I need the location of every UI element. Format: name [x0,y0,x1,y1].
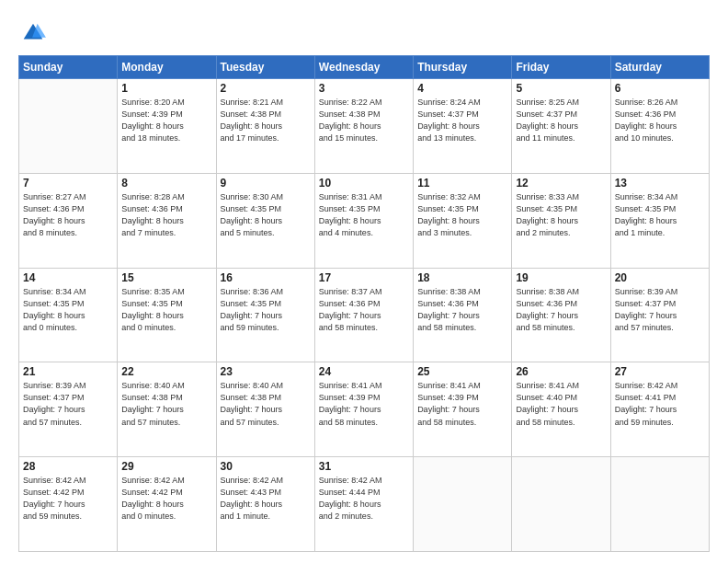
day-number: 17 [319,271,409,284]
day-number: 13 [615,177,705,190]
day-number: 31 [319,460,409,473]
day-info: Sunrise: 8:21 AMSunset: 4:38 PMDaylight:… [221,97,311,144]
calendar-cell: 28Sunrise: 8:42 AMSunset: 4:42 PMDayligh… [19,457,118,552]
calendar-cell: 5Sunrise: 8:25 AMSunset: 4:37 PMDaylight… [512,79,610,174]
day-number: 28 [23,460,113,473]
calendar-header-row: SundayMondayTuesdayWednesdayThursdayFrid… [19,56,710,79]
day-number: 10 [319,177,409,190]
calendar-cell: 11Sunrise: 8:32 AMSunset: 4:35 PMDayligh… [414,173,512,268]
day-info: Sunrise: 8:28 AMSunset: 4:36 PMDaylight:… [121,191,211,239]
day-number: 14 [23,271,113,284]
day-of-week-header: Friday [512,56,610,79]
day-info: Sunrise: 8:42 AMSunset: 4:43 PMDaylight:… [221,475,311,523]
day-number: 19 [516,271,606,284]
calendar-cell: 2Sunrise: 8:21 AMSunset: 4:38 PMDaylight… [216,79,314,174]
calendar-cell: 17Sunrise: 8:37 AMSunset: 4:36 PMDayligh… [314,268,413,362]
calendar-week-row: 14Sunrise: 8:34 AMSunset: 4:35 PMDayligh… [19,268,710,362]
day-info: Sunrise: 8:30 AMSunset: 4:35 PMDaylight:… [221,191,311,239]
day-number: 6 [615,82,705,95]
day-number: 5 [516,82,606,95]
calendar-table: SundayMondayTuesdayWednesdayThursdayFrid… [18,55,710,552]
day-number: 21 [23,365,113,378]
day-number: 25 [417,365,507,378]
calendar-cell: 13Sunrise: 8:34 AMSunset: 4:35 PMDayligh… [610,173,709,268]
calendar-week-row: 28Sunrise: 8:42 AMSunset: 4:42 PMDayligh… [19,457,710,552]
day-info: Sunrise: 8:41 AMSunset: 4:40 PMDaylight:… [516,380,606,428]
day-of-week-header: Wednesday [314,56,413,79]
day-info: Sunrise: 8:36 AMSunset: 4:35 PMDaylight:… [221,286,311,334]
day-number: 26 [516,365,606,378]
calendar-cell [414,457,512,552]
page: SundayMondayTuesdayWednesdayThursdayFrid… [0,0,728,563]
calendar-cell: 4Sunrise: 8:24 AMSunset: 4:37 PMDaylight… [414,79,512,174]
day-of-week-header: Thursday [414,56,512,79]
calendar-cell: 8Sunrise: 8:28 AMSunset: 4:36 PMDaylight… [118,173,216,268]
calendar-cell: 19Sunrise: 8:38 AMSunset: 4:36 PMDayligh… [512,268,610,362]
calendar-cell: 3Sunrise: 8:22 AMSunset: 4:38 PMDaylight… [314,79,413,174]
day-info: Sunrise: 8:41 AMSunset: 4:39 PMDaylight:… [319,380,409,428]
day-info: Sunrise: 8:34 AMSunset: 4:35 PMDaylight:… [23,286,113,334]
day-number: 1 [121,82,211,95]
day-number: 24 [319,365,409,378]
day-info: Sunrise: 8:37 AMSunset: 4:36 PMDaylight:… [319,286,409,334]
day-info: Sunrise: 8:42 AMSunset: 4:44 PMDaylight:… [319,475,409,523]
calendar-cell: 9Sunrise: 8:30 AMSunset: 4:35 PMDaylight… [216,173,314,268]
calendar-cell: 21Sunrise: 8:39 AMSunset: 4:37 PMDayligh… [19,362,118,457]
calendar-cell: 7Sunrise: 8:27 AMSunset: 4:36 PMDaylight… [19,173,118,268]
day-info: Sunrise: 8:38 AMSunset: 4:36 PMDaylight:… [516,286,606,334]
day-number: 2 [221,82,311,95]
day-of-week-header: Monday [118,56,216,79]
day-number: 7 [23,177,113,190]
day-info: Sunrise: 8:31 AMSunset: 4:35 PMDaylight:… [319,191,409,239]
day-info: Sunrise: 8:27 AMSunset: 4:36 PMDaylight:… [23,191,113,239]
day-info: Sunrise: 8:20 AMSunset: 4:39 PMDaylight:… [121,97,211,144]
header [18,15,710,46]
calendar-cell: 29Sunrise: 8:42 AMSunset: 4:42 PMDayligh… [118,457,216,552]
day-info: Sunrise: 8:34 AMSunset: 4:35 PMDaylight:… [615,191,705,239]
day-number: 27 [615,365,705,378]
calendar-cell: 22Sunrise: 8:40 AMSunset: 4:38 PMDayligh… [118,362,216,457]
day-number: 18 [417,271,507,284]
day-number: 22 [121,365,211,378]
calendar-week-row: 21Sunrise: 8:39 AMSunset: 4:37 PMDayligh… [19,362,710,457]
day-number: 16 [221,271,311,284]
day-number: 4 [417,82,507,95]
calendar-cell [19,79,118,174]
calendar-cell: 20Sunrise: 8:39 AMSunset: 4:37 PMDayligh… [610,268,709,362]
day-info: Sunrise: 8:42 AMSunset: 4:42 PMDaylight:… [121,475,211,523]
day-number: 20 [615,271,705,284]
day-number: 23 [221,365,311,378]
day-number: 9 [221,177,311,190]
day-info: Sunrise: 8:24 AMSunset: 4:37 PMDaylight:… [417,97,507,144]
calendar-cell: 25Sunrise: 8:41 AMSunset: 4:39 PMDayligh… [414,362,512,457]
day-info: Sunrise: 8:33 AMSunset: 4:35 PMDaylight:… [516,191,606,239]
day-number: 29 [121,460,211,473]
calendar-cell: 18Sunrise: 8:38 AMSunset: 4:36 PMDayligh… [414,268,512,362]
day-info: Sunrise: 8:40 AMSunset: 4:38 PMDaylight:… [121,380,211,428]
day-number: 15 [121,271,211,284]
calendar-week-row: 7Sunrise: 8:27 AMSunset: 4:36 PMDaylight… [19,173,710,268]
day-number: 8 [121,177,211,190]
calendar-cell: 15Sunrise: 8:35 AMSunset: 4:35 PMDayligh… [118,268,216,362]
calendar-cell: 12Sunrise: 8:33 AMSunset: 4:35 PMDayligh… [512,173,610,268]
day-number: 12 [516,177,606,190]
day-info: Sunrise: 8:25 AMSunset: 4:37 PMDaylight:… [516,97,606,144]
day-info: Sunrise: 8:26 AMSunset: 4:36 PMDaylight:… [615,97,705,144]
calendar-cell: 14Sunrise: 8:34 AMSunset: 4:35 PMDayligh… [19,268,118,362]
day-info: Sunrise: 8:22 AMSunset: 4:38 PMDaylight:… [319,97,409,144]
day-info: Sunrise: 8:40 AMSunset: 4:38 PMDaylight:… [221,380,311,428]
day-info: Sunrise: 8:41 AMSunset: 4:39 PMDaylight:… [417,380,507,428]
calendar-cell: 27Sunrise: 8:42 AMSunset: 4:41 PMDayligh… [610,362,709,457]
day-info: Sunrise: 8:42 AMSunset: 4:41 PMDaylight:… [615,380,705,428]
calendar-cell: 31Sunrise: 8:42 AMSunset: 4:44 PMDayligh… [314,457,413,552]
day-info: Sunrise: 8:39 AMSunset: 4:37 PMDaylight:… [615,286,705,334]
logo-icon [20,20,46,46]
day-of-week-header: Tuesday [216,56,314,79]
calendar-week-row: 1Sunrise: 8:20 AMSunset: 4:39 PMDaylight… [19,79,710,174]
calendar-cell: 1Sunrise: 8:20 AMSunset: 4:39 PMDaylight… [118,79,216,174]
calendar-cell: 16Sunrise: 8:36 AMSunset: 4:35 PMDayligh… [216,268,314,362]
day-of-week-header: Sunday [19,56,118,79]
calendar-cell: 26Sunrise: 8:41 AMSunset: 4:40 PMDayligh… [512,362,610,457]
calendar-cell [512,457,610,552]
calendar-cell: 10Sunrise: 8:31 AMSunset: 4:35 PMDayligh… [314,173,413,268]
